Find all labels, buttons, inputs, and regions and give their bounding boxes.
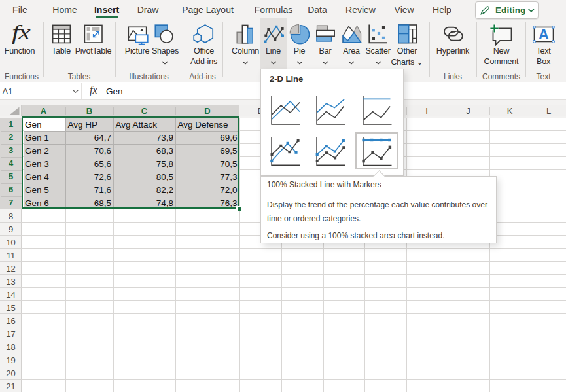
svg-text:A: A bbox=[539, 26, 549, 43]
